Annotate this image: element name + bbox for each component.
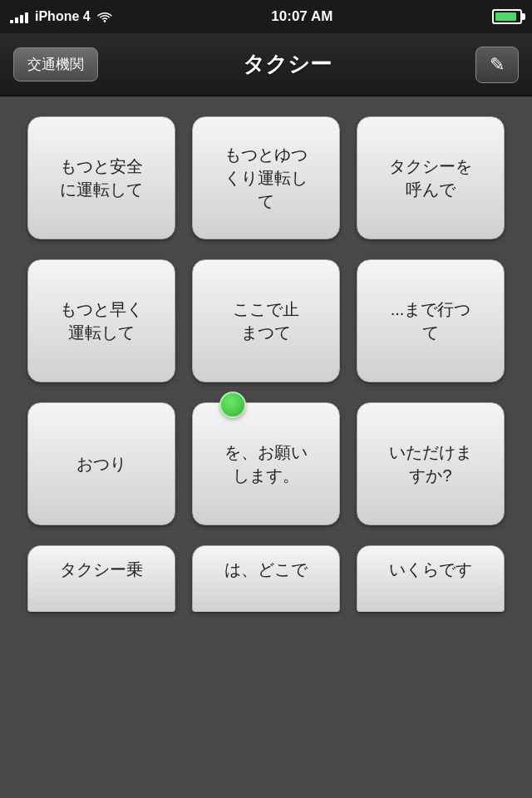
cell-5-text: ここで止まつて bbox=[233, 298, 299, 344]
signal-bars-icon bbox=[10, 10, 28, 23]
cell-12[interactable]: いくらです bbox=[357, 545, 505, 612]
edit-button[interactable]: ✎ bbox=[475, 47, 519, 83]
status-time: 10:07 AM bbox=[271, 8, 332, 25]
svg-point-0 bbox=[103, 20, 106, 22]
cell-11[interactable]: は、どこで bbox=[192, 545, 340, 612]
grid-row-4: タクシー乗 は、どこで いくらです bbox=[17, 545, 515, 612]
cell-4[interactable]: もつと早く運転して bbox=[27, 259, 175, 382]
grid-row-3: おつり を、お願いします。 いただけますか? bbox=[17, 402, 515, 525]
status-bar: iPhone 4 10:07 AM bbox=[0, 0, 532, 33]
grid-row-2: もつと早く運転して ここで止まつて ...まで行つて bbox=[17, 259, 515, 382]
status-right bbox=[492, 9, 522, 24]
cell-6-text: ...まで行つて bbox=[391, 298, 471, 344]
cell-10-text: タクシー乗 bbox=[60, 558, 143, 581]
nav-bar: 交通機関 タクシー ✎ bbox=[0, 33, 532, 96]
cell-7-text: おつり bbox=[76, 452, 126, 475]
back-button[interactable]: 交通機関 bbox=[13, 47, 98, 81]
status-left: iPhone 4 bbox=[10, 9, 112, 24]
battery-icon bbox=[492, 9, 522, 24]
cell-5[interactable]: ここで止まつて bbox=[192, 259, 340, 382]
cell-1-text: もつと安全に運転して bbox=[60, 155, 143, 201]
cell-9-text: いただけますか? bbox=[389, 441, 472, 487]
wifi-icon bbox=[97, 11, 112, 22]
cell-10[interactable]: タクシー乗 bbox=[27, 545, 175, 612]
cell-8[interactable]: を、お願いします。 bbox=[192, 402, 340, 525]
page-title: タクシー bbox=[243, 50, 332, 79]
battery-fill bbox=[495, 12, 516, 21]
cell-8-text: を、お願いします。 bbox=[224, 441, 308, 487]
grid-row-1: もつと安全に運転して もつとゆつくり運転して タクシーを呼んで bbox=[17, 116, 515, 239]
cell-3[interactable]: タクシーを呼んで bbox=[357, 116, 505, 239]
cell-3-text: タクシーを呼んで bbox=[389, 155, 472, 201]
pencil-icon: ✎ bbox=[490, 54, 505, 76]
cell-1[interactable]: もつと安全に運転して bbox=[27, 116, 175, 239]
cell-4-text: もつと早く運転して bbox=[60, 298, 143, 344]
cell-12-text: いくらです bbox=[389, 558, 472, 581]
cell-11-text: は、どこで bbox=[224, 558, 308, 581]
cell-9[interactable]: いただけますか? bbox=[357, 402, 505, 525]
main-content: もつと安全に運転して もつとゆつくり運転して タクシーを呼んで もつと早く運転し… bbox=[0, 96, 532, 798]
cell-7[interactable]: おつり bbox=[27, 402, 175, 525]
cell-2[interactable]: もつとゆつくり運転して bbox=[192, 116, 340, 239]
cell-6[interactable]: ...まで行つて bbox=[357, 259, 505, 382]
carrier-label: iPhone 4 bbox=[35, 9, 91, 24]
cell-2-text: もつとゆつくり運転して bbox=[224, 143, 308, 213]
green-dot-indicator bbox=[219, 392, 246, 418]
